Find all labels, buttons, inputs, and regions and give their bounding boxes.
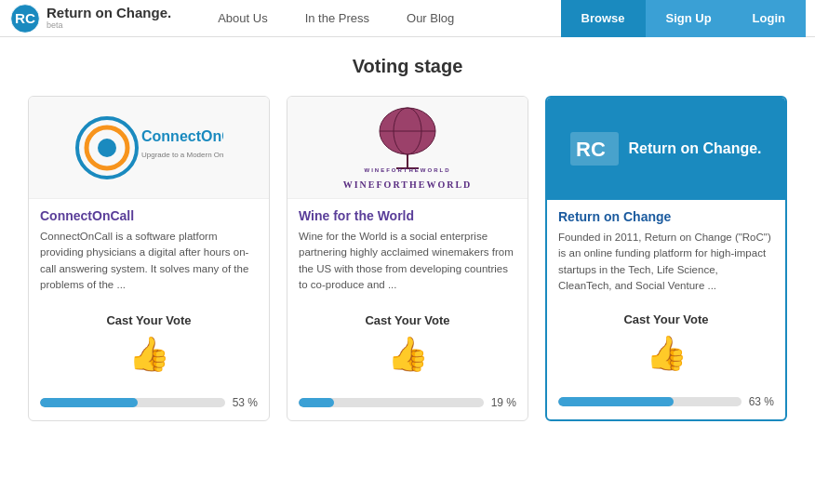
card-desc-return-on-change: Founded in 2011, Return on Change ("RoC"… (558, 230, 774, 294)
card-progress-wine-for-the-world: 19 % (287, 389, 528, 420)
progress-bg-connect-on-call (40, 398, 225, 407)
card-body-return-on-change: Return on Change Founded in 2011, Return… (547, 200, 785, 303)
card-title-return-on-change: Return on Change (558, 209, 774, 224)
card-desc-connect-on-call: ConnectOnCall is a software platform pro… (40, 229, 258, 293)
card-vote-return-on-change: Cast Your Vote 👍 (547, 303, 785, 388)
nav-browse-button[interactable]: Browse (561, 0, 646, 37)
wftw-logo: WINEFORTHEWORLD WINEFORTHEWORLD (343, 105, 473, 190)
card-image-wine-for-the-world: WINEFORTHEWORLD WINEFORTHEWORLD (287, 97, 528, 199)
card-vote-connect-on-call: Cast Your Vote 👍 (29, 304, 269, 389)
card-progress-connect-on-call: 53 % (29, 389, 269, 420)
vote-label-connect-on-call: Cast Your Vote (40, 313, 258, 327)
progress-pct-connect-on-call: 53 % (233, 396, 258, 409)
card-body-wine-for-the-world: Wine for the World Wine for the World is… (287, 199, 528, 304)
progress-fill-return-on-change (558, 397, 674, 406)
svg-text:ConnectOnCall: ConnectOnCall (141, 128, 223, 144)
svg-text:RC: RC (576, 138, 606, 161)
card-body-connect-on-call: ConnectOnCall ConnectOnCall is a softwar… (29, 199, 269, 304)
roc-card-logo: RC Return on Change. (570, 132, 761, 166)
cards-container: ConnectOnCall Upgrade to a Modern On Cal… (28, 96, 787, 421)
card-title-wine-for-the-world: Wine for the World (299, 208, 516, 223)
navbar: RC Return on Change. beta About Us In th… (0, 0, 815, 37)
page-title: Voting stage (28, 56, 787, 77)
coc-logo-svg: ConnectOnCall Upgrade to a Modern On Cal… (74, 115, 223, 180)
svg-text:WINEFORTHEWORLD: WINEFORTHEWORLD (365, 167, 451, 173)
progress-bg-wine-for-the-world (299, 398, 484, 407)
progress-pct-wine-for-the-world: 19 % (491, 396, 516, 409)
roc-icon-svg: RC (570, 132, 619, 166)
nav-about-us[interactable]: About Us (199, 0, 286, 37)
vote-label-wine-for-the-world: Cast Your Vote (299, 313, 516, 327)
nav-links: About Us In the Press Our Blog Browse Si… (199, 0, 806, 37)
card-connect-on-call: ConnectOnCall Upgrade to a Modern On Cal… (28, 96, 270, 421)
brand-beta: beta (47, 21, 171, 31)
card-vote-wine-for-the-world: Cast Your Vote 👍 (287, 304, 528, 389)
thumbs-up-icon-connect-on-call[interactable]: 👍 (40, 335, 258, 374)
progress-fill-wine-for-the-world (299, 398, 334, 407)
brand-text: Return on Change. beta (47, 6, 171, 30)
card-wine-for-the-world: WINEFORTHEWORLD WINEFORTHEWORLD Wine for… (287, 96, 528, 421)
svg-point-4 (98, 139, 116, 157)
main-content: Voting stage ConnectOnCall Upgrade to a … (0, 37, 815, 440)
card-desc-wine-for-the-world: Wine for the World is a social enterpris… (299, 229, 516, 293)
progress-bg-return-on-change (558, 397, 742, 406)
brand-name: Return on Change. (47, 6, 171, 21)
card-title-connect-on-call: ConnectOnCall (40, 208, 258, 223)
coc-logo: ConnectOnCall Upgrade to a Modern On Cal… (74, 115, 223, 180)
wftw-logo-svg: WINEFORTHEWORLD (361, 105, 454, 179)
card-image-return-on-change: RC Return on Change. (547, 98, 785, 200)
roc-logo-text: Return on Change. (628, 139, 761, 157)
nav-in-the-press[interactable]: In the Press (287, 0, 388, 37)
nav-signup-button[interactable]: Sign Up (646, 0, 732, 37)
progress-fill-connect-on-call (40, 398, 138, 407)
nav-our-blog[interactable]: Our Blog (388, 0, 473, 37)
wftw-logo-text: WINEFORTHEWORLD (343, 179, 473, 190)
thumbs-up-icon-return-on-change[interactable]: 👍 (558, 334, 774, 373)
thumbs-up-icon-wine-for-the-world[interactable]: 👍 (299, 335, 516, 374)
brand-logo[interactable]: RC Return on Change. beta (9, 3, 171, 34)
progress-pct-return-on-change: 63 % (749, 395, 774, 408)
svg-text:Upgrade to a Modern On Call Sy: Upgrade to a Modern On Call System (141, 151, 223, 159)
card-return-on-change: RC Return on Change. Return on Change Fo… (545, 96, 787, 421)
svg-text:RC: RC (15, 10, 35, 26)
card-progress-return-on-change: 63 % (547, 388, 785, 419)
roc-brand-icon: RC (9, 3, 41, 34)
nav-login-button[interactable]: Login (732, 0, 806, 37)
card-image-connect-on-call: ConnectOnCall Upgrade to a Modern On Cal… (29, 97, 269, 199)
vote-label-return-on-change: Cast Your Vote (558, 312, 774, 326)
